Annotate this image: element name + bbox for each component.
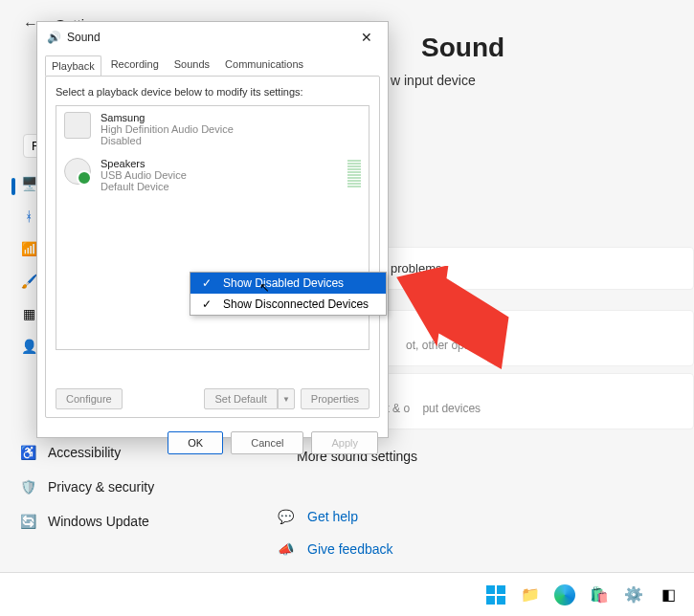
taskbar: 📁 🛍️ ⚙️ ◧	[0, 572, 694, 616]
feedback-icon: 📣	[278, 541, 294, 557]
feedback-link-label: Give feedback	[307, 541, 393, 557]
personalization-icon[interactable]: 🖌️	[19, 272, 38, 291]
tab-communications[interactable]: Communications	[219, 55, 309, 76]
cancel-button[interactable]: Cancel	[231, 431, 303, 454]
playback-tabsheet: Select a playback device below to modify…	[45, 76, 380, 418]
help-link-label: Get help	[307, 509, 358, 524]
taskbar-explorer-icon[interactable]: 📁	[518, 583, 543, 607]
sound-dialog: 🔊 Sound ✕ Playback Recording Sounds Comm…	[36, 21, 389, 438]
dialog-tabs: Playback Recording Sounds Communications	[37, 51, 388, 76]
check-icon: ✓	[200, 297, 213, 311]
side-nav-icons: 🖥️ ᚼ 📶 🖌️ ▦ 👤	[19, 174, 38, 356]
taskbar-store-icon[interactable]: 🛍️	[587, 583, 612, 607]
sound-icon: 🔊	[47, 31, 61, 44]
set-default-dropdown[interactable]: ▼	[278, 388, 295, 409]
device-speakers[interactable]: Speakers USB Audio Device Default Device	[56, 152, 369, 198]
device-sub1: USB Audio Device	[101, 169, 187, 181]
set-default-button[interactable]: Set Default	[204, 388, 277, 409]
device-text: Samsung High Definition Audio Device Dis…	[101, 112, 234, 146]
give-feedback-link[interactable]: 📣 Give feedback	[278, 541, 393, 557]
ok-button[interactable]: OK	[168, 431, 223, 454]
selected-nav-indicator	[11, 178, 15, 195]
apps-icon[interactable]: ▦	[19, 304, 38, 323]
device-sub2: Disabled	[101, 135, 234, 146]
update-icon: 🔄	[19, 513, 36, 530]
ctx-label: Show Disabled Devices	[223, 276, 344, 290]
tab-sounds[interactable]: Sounds	[168, 55, 215, 76]
context-menu: ✓ Show Disabled Devices ✓ Show Disconnec…	[190, 272, 387, 316]
device-name: Samsung	[101, 112, 234, 123]
bluetooth-icon[interactable]: ᚼ	[19, 207, 38, 226]
monitor-icon	[64, 112, 91, 139]
taskbar-settings-icon[interactable]: ⚙️	[621, 583, 646, 607]
tab-playback[interactable]: Playback	[45, 55, 101, 77]
help-links: 💬 Get help 📣 Give feedback	[278, 509, 393, 557]
device-text: Speakers USB Audio Device Default Device	[101, 158, 187, 192]
dialog-buttons: OK Cancel Apply	[37, 426, 388, 464]
sidebar-item-update[interactable]: 🔄 Windows Update	[19, 513, 154, 530]
ctx-show-disabled[interactable]: ✓ Show Disabled Devices	[190, 273, 386, 294]
ctx-label: Show Disconnected Devices	[223, 297, 369, 311]
help-icon: 💬	[278, 509, 294, 524]
page-title: Sound	[421, 33, 504, 63]
partial-input-device: w input device	[391, 73, 476, 88]
close-icon[interactable]: ✕	[355, 28, 378, 47]
check-icon: ✓	[200, 276, 213, 290]
taskbar-app-icon[interactable]: ◧	[656, 583, 681, 607]
vu-meter-icon	[347, 158, 361, 192]
speaker-icon	[64, 158, 91, 185]
apply-button[interactable]: Apply	[311, 431, 378, 454]
device-sub1: High Definition Audio Device	[101, 123, 234, 135]
configure-button[interactable]: Configure	[56, 388, 123, 409]
sidebar-item-label: Windows Update	[48, 514, 149, 529]
sidebar-item-label: Privacy & security	[48, 479, 154, 495]
device-samsung[interactable]: Samsung High Definition Audio Device Dis…	[56, 106, 369, 152]
properties-button[interactable]: Properties	[301, 388, 369, 409]
get-help-link[interactable]: 💬 Get help	[278, 509, 393, 524]
device-buttons: Configure Set Default ▼ Properties	[56, 388, 369, 409]
start-button[interactable]	[483, 583, 508, 607]
tab-recording[interactable]: Recording	[105, 55, 165, 76]
device-name: Speakers	[101, 158, 187, 169]
device-sub2: Default Device	[101, 181, 187, 192]
playback-instruction: Select a playback device below to modify…	[56, 86, 369, 98]
shield-icon: 🛡️	[19, 478, 36, 495]
accounts-icon[interactable]: 👤	[19, 337, 38, 356]
dialog-titlebar: 🔊 Sound ✕	[37, 22, 388, 51]
accessibility-icon: ♿	[19, 444, 36, 461]
sidebar-item-privacy[interactable]: 🛡️ Privacy & security	[19, 478, 154, 495]
ctx-show-disconnected[interactable]: ✓ Show Disconnected Devices	[190, 294, 386, 315]
network-icon[interactable]: 📶	[19, 239, 38, 258]
system-icon[interactable]: 🖥️	[19, 174, 38, 193]
taskbar-edge-icon[interactable]	[552, 583, 577, 607]
dialog-title: Sound	[67, 31, 101, 44]
